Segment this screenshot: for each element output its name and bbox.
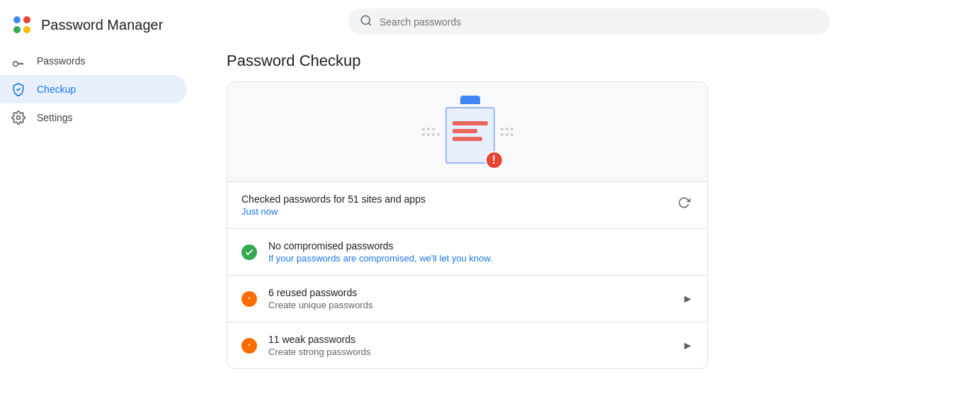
weak-chevron-right-icon: ►	[682, 339, 693, 352]
search-bar	[348, 9, 830, 35]
key-icon	[11, 54, 25, 68]
svg-point-0	[13, 16, 21, 23]
checkup-card: ! Checked passwords for 51 sites and app…	[227, 81, 708, 369]
result-weak[interactable]: 11 weak passwords Create strong password…	[227, 322, 707, 368]
status-checked-text: Checked passwords for 51 sites and apps	[241, 193, 426, 205]
svg-point-4	[13, 62, 18, 67]
clipboard-illustration: !	[375, 96, 559, 167]
status-header: Checked passwords for 51 sites and apps …	[227, 182, 707, 229]
result-reused[interactable]: 6 reused passwords Create unique passwor…	[227, 276, 707, 322]
google-logo-icon	[11, 14, 33, 35]
sidebar-settings-label: Settings	[37, 112, 73, 123]
left-decorative-dots	[422, 128, 440, 136]
gear-icon	[11, 111, 25, 125]
weak-title: 11 weak passwords	[268, 334, 671, 345]
sidebar-header: Password Manager	[0, 9, 198, 47]
search-container	[227, 9, 952, 35]
app-title: Password Manager	[41, 17, 163, 33]
weak-subtitle: Create strong passwords	[268, 346, 671, 357]
clipboard-graphic: !	[445, 100, 495, 164]
no-compromised-title: No compromised passwords	[268, 240, 693, 252]
refresh-button[interactable]	[675, 193, 693, 212]
card-hero: !	[227, 82, 707, 182]
reused-chevron-right-icon: ►	[682, 293, 693, 305]
reused-subtitle: Create unique passwords	[268, 300, 671, 310]
weak-content: 11 weak passwords Create strong password…	[268, 334, 671, 357]
result-no-compromised: No compromised passwords If your passwor…	[227, 229, 707, 276]
orange-warning-icon-reused	[241, 291, 257, 307]
status-time-text: Just now	[241, 206, 426, 217]
sidebar-item-passwords[interactable]: Passwords	[0, 47, 187, 75]
reused-title: 6 reused passwords	[268, 287, 671, 298]
page-title: Password Checkup	[227, 52, 952, 70]
sidebar: Password Manager Passwords Checkup	[0, 0, 198, 406]
search-icon	[360, 14, 372, 29]
svg-point-6	[361, 16, 370, 24]
right-decorative-dots	[501, 128, 513, 136]
error-badge-icon: !	[485, 151, 503, 169]
sidebar-item-settings[interactable]: Settings	[0, 103, 187, 132]
search-input[interactable]	[380, 16, 819, 28]
reused-content: 6 reused passwords Create unique passwor…	[268, 287, 671, 310]
no-compromised-content: No compromised passwords If your passwor…	[268, 240, 693, 264]
sidebar-item-checkup[interactable]: Checkup	[0, 75, 187, 103]
shield-check-icon	[11, 82, 25, 96]
clipboard-lines	[452, 121, 488, 141]
orange-warning-icon-weak	[241, 338, 257, 354]
no-compromised-subtitle: If your passwords are compromised, we'll…	[268, 253, 693, 264]
main-content: Password Checkup	[198, 0, 980, 406]
sidebar-checkup-label: Checkup	[37, 84, 76, 95]
status-text-container: Checked passwords for 51 sites and apps …	[241, 193, 426, 217]
svg-point-5	[17, 116, 21, 120]
svg-point-1	[23, 16, 30, 23]
green-check-icon	[241, 244, 257, 260]
sidebar-passwords-label: Passwords	[37, 55, 85, 67]
svg-line-7	[368, 23, 370, 25]
clipboard-clip	[460, 96, 480, 104]
svg-point-3	[23, 26, 30, 33]
svg-point-2	[13, 26, 21, 33]
